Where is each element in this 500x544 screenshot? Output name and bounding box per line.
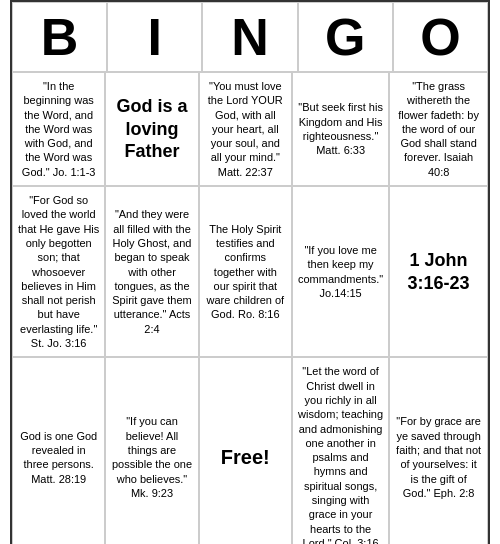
bingo-cell-11: "If you can believe! All things are poss…: [105, 357, 198, 544]
bingo-cell-6: "And they were all filled with the Holy …: [105, 186, 198, 357]
bingo-header: BINGO: [12, 2, 488, 72]
bingo-header-letter-i: I: [107, 2, 202, 72]
bingo-header-letter-o: O: [393, 2, 488, 72]
bingo-cell-9: 1 John 3:16-23: [389, 186, 488, 357]
bingo-header-letter-g: G: [298, 2, 393, 72]
bingo-cell-5: "For God so loved the world that He gave…: [12, 186, 105, 357]
bingo-cell-14: "For by grace are ye saved through faith…: [389, 357, 488, 544]
bingo-cell-13: "Let the word of Christ dwell in you ric…: [292, 357, 389, 544]
bingo-cell-2: "You must love the Lord YOUR God, with a…: [199, 72, 292, 186]
bingo-cell-4: "The grass withereth the flower fadeth: …: [389, 72, 488, 186]
bingo-cell-8: "If you love me then keep my commandment…: [292, 186, 389, 357]
bingo-header-letter-b: B: [12, 2, 107, 72]
bingo-cell-0: "In the beginning was the Word, and the …: [12, 72, 105, 186]
bingo-card: BINGO "In the beginning was the Word, an…: [10, 0, 490, 544]
bingo-header-letter-n: N: [202, 2, 297, 72]
bingo-cell-7: The Holy Spirit testifies and confirms t…: [199, 186, 292, 357]
bingo-cell-12: Free!: [199, 357, 292, 544]
bingo-cell-1: God is a loving Father: [105, 72, 198, 186]
bingo-grid: "In the beginning was the Word, and the …: [12, 72, 488, 544]
bingo-cell-3: "But seek first his Kingdom and His righ…: [292, 72, 389, 186]
bingo-cell-10: God is one God revealed in three persons…: [12, 357, 105, 544]
